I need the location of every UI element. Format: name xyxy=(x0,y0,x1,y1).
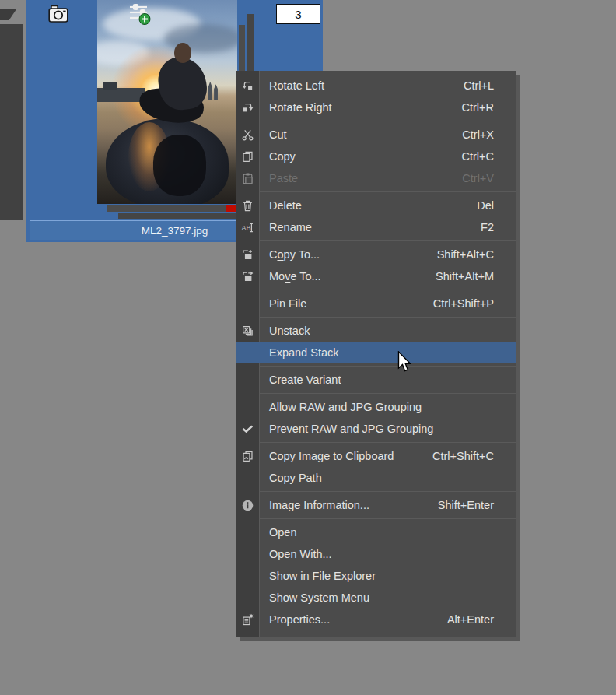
menu-item-label: Create Variant xyxy=(269,374,341,386)
menu-item-shortcut: Ctrl+C xyxy=(462,150,516,163)
menu-item-paste: PasteCtrl+V xyxy=(236,167,516,189)
menu-item-label: Open xyxy=(269,526,296,539)
menu-separator xyxy=(260,290,516,290)
menu-item-open-with[interactable]: Open With... xyxy=(236,543,516,565)
menu-item-move-to[interactable]: Move To...Shift+Alt+M xyxy=(236,265,516,287)
copy-to-icon xyxy=(236,248,259,262)
menu-separator xyxy=(260,442,516,443)
menu-item-properties[interactable]: Properties...Alt+Enter xyxy=(236,609,516,630)
menu-item-rotate-left[interactable]: Rotate LeftCtrl+L xyxy=(236,75,516,97)
menu-item-shortcut: Ctrl+X xyxy=(462,128,516,141)
menu-item-rotate-right[interactable]: Rotate RightCtrl+R xyxy=(236,97,516,118)
delete-icon xyxy=(236,199,259,212)
stack-card-edge xyxy=(107,205,236,212)
menu-item-allow-raw-jpg[interactable]: Allow RAW and JPG Grouping xyxy=(236,396,516,418)
menu-item-label: Paste xyxy=(269,172,298,184)
photo-roofline xyxy=(97,88,145,102)
menu-item-shortcut: Ctrl+Shift+P xyxy=(433,297,516,310)
context-menu: Rotate LeftCtrl+LRotate RightCtrl+RCutCt… xyxy=(236,71,516,637)
menu-item-create-variant[interactable]: Create Variant xyxy=(236,369,516,391)
menu-separator xyxy=(260,393,516,394)
menu-item-label: Delete xyxy=(269,199,302,212)
menu-item-unstack[interactable]: Unstack xyxy=(236,320,516,342)
properties-icon xyxy=(236,613,259,627)
menu-item-shortcut: Ctrl+L xyxy=(464,79,516,92)
menu-item-shortcut: Ctrl+Shift+C xyxy=(432,450,516,462)
menu-item-label: Image Information... xyxy=(269,499,369,511)
menu-item-shortcut: Shift+Enter xyxy=(438,499,516,511)
menu-item-label: Rotate Left xyxy=(269,79,324,92)
develop-settings-icon xyxy=(124,3,153,26)
unstack-icon xyxy=(236,325,259,338)
rotate-right-icon xyxy=(236,101,259,114)
menu-item-shortcut: Del xyxy=(477,199,516,212)
menu-item-label: Show in File Explorer xyxy=(269,570,376,582)
menu-item-label: Copy Path xyxy=(269,472,322,484)
menu-item-rename[interactable]: ABRenameF2 xyxy=(236,216,516,238)
menu-item-copy-image-to-clipboard[interactable]: Copy Image to ClipboardCtrl+Shift+C xyxy=(236,445,516,467)
rename-icon: AB xyxy=(236,221,259,234)
menu-item-open[interactable]: Open xyxy=(236,521,516,543)
rotate-left-icon xyxy=(236,79,259,93)
menu-item-label: Rotate Right xyxy=(269,101,332,114)
menu-item-delete[interactable]: DeleteDel xyxy=(236,195,516,216)
copy-image-icon xyxy=(236,450,259,463)
menu-item-label: Expand Stack xyxy=(269,346,338,359)
menu-item-show-in-file-explorer[interactable]: Show in File Explorer xyxy=(236,565,516,587)
stack-card-color-label xyxy=(226,205,236,212)
photo-reflection-figure xyxy=(153,135,206,196)
check-icon xyxy=(236,423,259,436)
menu-separator xyxy=(260,191,516,192)
menu-item-label: Copy To... xyxy=(269,248,320,261)
menu-item-shortcut: Shift+Alt+M xyxy=(436,270,516,283)
neighbor-thumbnail-corner xyxy=(0,9,16,20)
stack-top-photo[interactable] xyxy=(97,0,237,204)
menu-item-shortcut: F2 xyxy=(481,221,516,233)
menu-item-label: Show System Menu xyxy=(269,591,369,604)
menu-item-prevent-raw-jpg[interactable]: Prevent RAW and JPG Grouping xyxy=(236,418,516,440)
menu-item-shortcut: Ctrl+R xyxy=(462,101,516,114)
menu-item-expand-stack[interactable]: Expand Stack xyxy=(236,342,516,363)
camera-icon xyxy=(48,4,68,24)
stack-count-badge[interactable]: 3 xyxy=(276,4,320,24)
copy-icon xyxy=(236,150,259,163)
menu-item-pin-file[interactable]: Pin FileCtrl+Shift+P xyxy=(236,293,516,314)
menu-separator xyxy=(260,518,516,519)
menu-item-label: Open With... xyxy=(269,548,332,560)
menu-item-label: Move To... xyxy=(269,270,321,283)
photo-person-head xyxy=(174,43,191,63)
menu-item-shortcut: Ctrl+V xyxy=(462,172,516,184)
menu-item-label: Prevent RAW and JPG Grouping xyxy=(269,423,433,435)
cut-icon xyxy=(236,128,259,142)
menu-separator xyxy=(260,491,516,492)
info-icon xyxy=(236,499,259,512)
menu-separator xyxy=(260,366,516,367)
menu-item-copy[interactable]: CopyCtrl+C xyxy=(236,146,516,167)
menu-item-label: Unstack xyxy=(269,325,310,337)
menu-item-label: Allow RAW and JPG Grouping xyxy=(269,401,422,413)
menu-item-shortcut: Shift+Alt+C xyxy=(437,248,516,261)
file-browser-canvas: 3 ML2_3797.jpg Rotate LeftCtrl+LRotate R… xyxy=(0,0,616,695)
menu-separator xyxy=(260,121,516,121)
menu-item-label: Cut xyxy=(269,128,287,141)
svg-text:AB: AB xyxy=(241,223,250,231)
menu-item-image-information[interactable]: Image Information...Shift+Enter xyxy=(236,494,516,516)
menu-separator xyxy=(260,240,516,241)
menu-item-cut[interactable]: CutCtrl+X xyxy=(236,124,516,146)
paste-icon xyxy=(236,172,259,185)
move-to-icon xyxy=(236,270,259,283)
menu-item-label: Properties... xyxy=(269,613,330,626)
menu-item-label: Pin File xyxy=(269,297,306,310)
menu-item-show-system-menu[interactable]: Show System Menu xyxy=(236,587,516,609)
menu-item-copy-path[interactable]: Copy Path xyxy=(236,467,516,489)
menu-item-label: Copy xyxy=(269,150,296,163)
menu-item-shortcut: Alt+Enter xyxy=(447,613,516,626)
neighbor-thumbnail-edge xyxy=(0,24,23,220)
menu-item-label: Rename xyxy=(269,221,312,233)
menu-item-label: Copy Image to Clipboard xyxy=(269,450,394,462)
photo-roofline xyxy=(103,82,117,90)
menu-separator xyxy=(260,317,516,318)
menu-item-copy-to[interactable]: Copy To...Shift+Alt+C xyxy=(236,244,516,265)
stack-card-edge xyxy=(118,213,236,219)
